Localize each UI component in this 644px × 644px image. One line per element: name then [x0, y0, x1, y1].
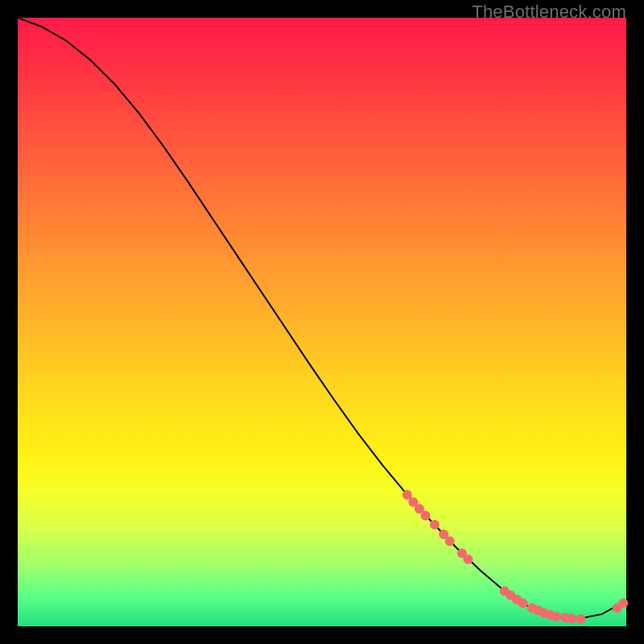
data-point [518, 598, 527, 608]
data-point [463, 555, 473, 564]
data-point [551, 612, 561, 621]
data-point [567, 613, 576, 623]
data-point [421, 510, 431, 520]
data-point [618, 598, 628, 608]
data-point [445, 536, 455, 546]
chart-stage: TheBottleneck.com [0, 0, 644, 644]
plot-area [18, 18, 626, 626]
data-point [576, 614, 585, 624]
data-point [430, 520, 440, 530]
marker-group [402, 490, 628, 624]
bottleneck-curve [18, 18, 626, 619]
chart-svg [18, 18, 626, 626]
